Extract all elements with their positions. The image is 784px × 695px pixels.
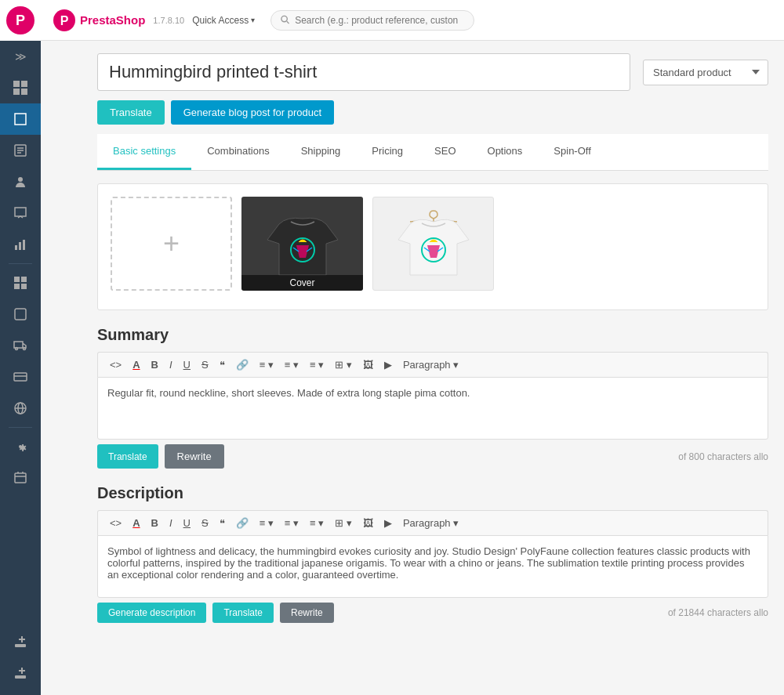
toolbar-media[interactable]: ▶ [380, 357, 396, 372]
search-bar[interactable] [270, 10, 474, 31]
sidebar-customers[interactable] [0, 166, 41, 197]
tab-pricing[interactable]: Pricing [356, 134, 419, 170]
translate-button[interactable]: Translate [97, 100, 165, 125]
sidebar-settings[interactable] [0, 431, 41, 462]
generate-blog-button[interactable]: Generate blog post for product [171, 100, 334, 125]
svg-point-26 [281, 16, 287, 21]
desc-toolbar-align[interactable]: ≡ ▾ [256, 516, 278, 530]
tab-combinations[interactable]: Combinations [191, 134, 285, 170]
tab-basic-settings[interactable]: Basic settings [97, 134, 191, 170]
desc-toolbar-paragraph[interactable]: Paragraph ▾ [399, 516, 463, 530]
svg-rect-13 [14, 284, 20, 289]
svg-rect-12 [21, 277, 27, 282]
desc-toolbar-code[interactable]: <> [106, 516, 125, 530]
summary-rewrite-button[interactable]: Rewrite [165, 444, 224, 469]
description-title: Description [97, 484, 768, 502]
toolbar-list1[interactable]: ≡ ▾ [281, 357, 303, 372]
desc-toolbar-strikethrough[interactable]: S [198, 516, 212, 530]
svg-rect-22 [15, 644, 26, 647]
toolbar-strikethrough[interactable]: S [198, 357, 212, 372]
main-content: Standard product Pack of products Virtua… [82, 41, 784, 695]
sidebar-admin[interactable] [0, 462, 41, 494]
toolbar-table[interactable]: ⊞ ▾ [331, 357, 356, 372]
generate-description-button[interactable]: Generate description [97, 603, 206, 623]
sidebar: P ≫ [0, 0, 41, 695]
desc-toolbar-bold[interactable]: B [147, 516, 162, 530]
svg-text:P: P [16, 13, 25, 28]
sidebar-shipping[interactable] [0, 330, 41, 361]
desc-toolbar-list2[interactable]: ≡ ▾ [306, 516, 328, 530]
desc-toolbar-media[interactable]: ▶ [380, 516, 396, 530]
toolbar-align[interactable]: ≡ ▾ [256, 357, 278, 372]
sidebar-design[interactable] [0, 299, 41, 330]
tab-spinoff[interactable]: Spin-Off [538, 134, 606, 170]
sidebar-dashboard[interactable] [0, 72, 41, 103]
svg-rect-2 [13, 81, 20, 87]
summary-title: Summary [97, 326, 768, 344]
sidebar-logo: P [0, 0, 41, 41]
svg-point-16 [16, 348, 18, 350]
toolbar-code[interactable]: <> [106, 357, 125, 372]
summary-content: Regular fit, round neckline, short sleev… [107, 387, 470, 399]
toolbar-underline[interactable]: U [180, 357, 194, 372]
desc-toolbar-list1[interactable]: ≡ ▾ [281, 516, 303, 530]
description-rewrite-button[interactable]: Rewrite [280, 603, 334, 623]
sidebar-orders[interactable] [0, 135, 41, 166]
description-translate-button[interactable]: Translate [212, 603, 274, 623]
svg-rect-9 [19, 242, 21, 250]
desc-toolbar-table[interactable]: ⊞ ▾ [331, 516, 356, 530]
toolbar-image[interactable]: 🖼 [359, 357, 377, 372]
tabs-bar: Basic settings Combinations Shipping Pri… [97, 134, 768, 171]
sidebar-expand[interactable]: ≫ [0, 41, 41, 72]
description-editor-area[interactable]: Symbol of lightness and delicacy, the hu… [97, 535, 768, 598]
toolbar-quote[interactable]: ❝ [216, 357, 229, 372]
toolbar-list2[interactable]: ≡ ▾ [306, 357, 328, 372]
sidebar-messages[interactable] [0, 197, 41, 229]
svg-rect-18 [14, 373, 27, 381]
svg-rect-4 [13, 89, 20, 95]
search-icon [281, 15, 290, 25]
search-input[interactable] [295, 15, 464, 26]
desc-toolbar-link[interactable]: 🔗 [232, 516, 252, 530]
description-editor: <> A B I U S ❝ 🔗 ≡ ▾ ≡ ▾ ≡ ▾ ⊞ ▾ 🖼 ▶ Par… [97, 510, 768, 623]
quick-access-menu[interactable]: Quick Access [192, 15, 255, 26]
sidebar-payment[interactable] [0, 361, 41, 393]
topbar: P PrestaShop 1.7.8.10 Quick Access [41, 0, 784, 41]
desc-toolbar-image[interactable]: 🖼 [359, 516, 377, 530]
cover-badge: Cover [241, 275, 363, 291]
sidebar-addon1[interactable] [0, 626, 41, 657]
summary-editor-toolbar: <> A B I U S ❝ 🔗 ≡ ▾ ≡ ▾ ≡ ▾ ⊞ ▾ 🖼 ▶ Par… [97, 352, 768, 377]
desc-toolbar-underline[interactable]: U [180, 516, 194, 530]
product-name-input[interactable] [97, 53, 630, 91]
logo-icon: P [53, 9, 75, 31]
product-image-1[interactable]: Cover [241, 197, 363, 291]
sidebar-stats[interactable] [0, 229, 41, 260]
sidebar-modules[interactable] [0, 267, 41, 299]
prestashop-logo: P PrestaShop [53, 9, 145, 31]
logo-text: PrestaShop [80, 13, 145, 27]
tab-options[interactable]: Options [472, 134, 539, 170]
sidebar-addon2[interactable] [0, 657, 41, 689]
summary-translate-button[interactable]: Translate [97, 444, 158, 469]
summary-editor-area[interactable]: Regular fit, round neckline, short sleev… [97, 377, 768, 440]
tshirt-icon-dark [263, 205, 342, 283]
summary-editor: <> A B I U S ❝ 🔗 ≡ ▾ ≡ ▾ ≡ ▾ ⊞ ▾ 🖼 ▶ Par… [97, 352, 768, 469]
desc-toolbar-italic[interactable]: I [165, 516, 176, 530]
desc-toolbar-quote[interactable]: ❝ [216, 516, 229, 530]
toolbar-italic[interactable]: I [165, 357, 176, 372]
sidebar-catalog[interactable] [0, 103, 41, 135]
desc-toolbar-font-color[interactable]: A [129, 516, 143, 530]
toolbar-link[interactable]: 🔗 [232, 357, 252, 372]
tab-seo[interactable]: SEO [419, 134, 471, 170]
tab-shipping[interactable]: Shipping [285, 134, 357, 170]
toolbar-paragraph[interactable]: Paragraph ▾ [399, 357, 463, 372]
toolbar-bold[interactable]: B [147, 357, 162, 372]
svg-point-7 [18, 177, 23, 182]
svg-rect-3 [21, 81, 27, 87]
product-title-row: Standard product Pack of products Virtua… [97, 53, 768, 91]
product-image-2[interactable] [372, 197, 494, 291]
toolbar-font-color[interactable]: A [129, 357, 143, 372]
sidebar-international[interactable] [0, 393, 41, 424]
product-type-select[interactable]: Standard product Pack of products Virtua… [643, 60, 768, 85]
add-image-button[interactable]: + [111, 197, 232, 291]
